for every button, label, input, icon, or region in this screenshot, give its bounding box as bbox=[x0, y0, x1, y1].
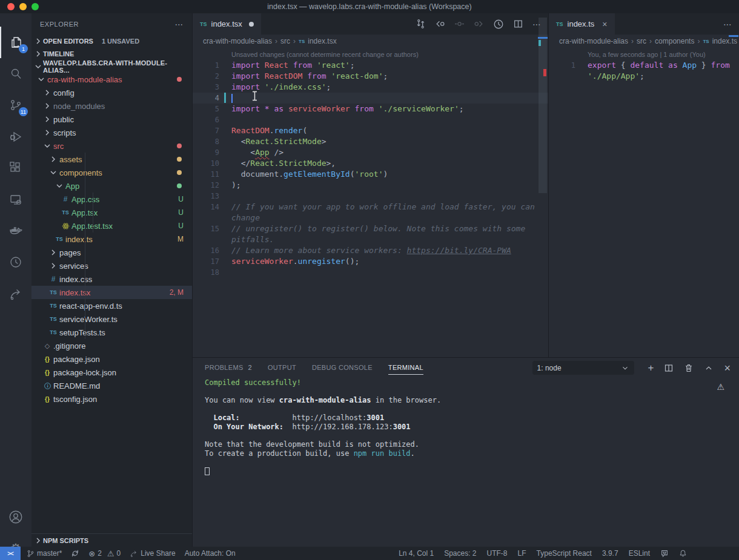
docker-icon[interactable] bbox=[0, 215, 31, 246]
breadcrumb[interactable]: cra-with-module-alias src components TS … bbox=[549, 35, 739, 48]
eol-item[interactable]: LF bbox=[518, 549, 526, 558]
chevron-right-icon[interactable] bbox=[42, 101, 52, 111]
tree-item-App[interactable]: App bbox=[31, 179, 192, 193]
cursor-position-item[interactable]: Ln 4, Col 1 bbox=[399, 549, 434, 558]
breadcrumb[interactable]: cra-with-module-alias src TS index.tsx bbox=[193, 35, 548, 48]
git-history-icon[interactable] bbox=[0, 246, 31, 278]
git-branch-item[interactable]: master* bbox=[27, 549, 62, 558]
code-line[interactable]: 3import './index.css'; bbox=[193, 82, 548, 93]
breadcrumb-item[interactable]: index.tsx bbox=[308, 37, 336, 45]
code-line[interactable]: change bbox=[193, 212, 548, 223]
live-share-item[interactable]: Live Share bbox=[130, 549, 175, 558]
notifications-bell-icon[interactable] bbox=[679, 549, 687, 558]
tree-item-public[interactable]: public bbox=[31, 113, 192, 126]
terminal-output[interactable]: Compiled successfully! You can now view … bbox=[205, 378, 441, 476]
tree-item-node_modules[interactable]: node_modules bbox=[31, 99, 192, 113]
chevron-down-icon[interactable] bbox=[55, 181, 64, 191]
sidebar-more-icon[interactable]: ⋯ bbox=[175, 19, 184, 29]
feedback-smiley-icon[interactable] bbox=[660, 549, 669, 558]
explorer-icon[interactable]: 1 bbox=[0, 27, 31, 58]
timeline-section[interactable]: TIMELINE bbox=[31, 47, 192, 60]
breadcrumb-item[interactable]: src bbox=[637, 37, 646, 45]
more-actions-icon[interactable]: ⋯ bbox=[723, 19, 732, 29]
tree-item-README.md[interactable]: iREADME.md bbox=[31, 379, 192, 392]
code-line[interactable]: 7ReactDOM.render( bbox=[193, 125, 548, 136]
zoom-window-button[interactable] bbox=[31, 3, 39, 10]
indentation-item[interactable]: Spaces: 2 bbox=[444, 549, 476, 558]
terminal-select[interactable]: 1: node bbox=[532, 361, 634, 375]
problems-status-item[interactable]: ⊗ 2 ⚠ 0 bbox=[88, 549, 121, 558]
dirty-indicator-icon[interactable] bbox=[249, 22, 254, 27]
encoding-item[interactable]: UTF-8 bbox=[487, 549, 508, 558]
close-window-button[interactable] bbox=[7, 3, 15, 10]
code-line[interactable]: 1export { default as App } from bbox=[549, 60, 739, 71]
tab-output[interactable]: OUTPUT bbox=[268, 364, 296, 371]
tree-item-config[interactable]: config bbox=[31, 86, 192, 99]
tree-item-setupTests.ts[interactable]: TSsetupTests.ts bbox=[31, 326, 192, 339]
search-icon[interactable] bbox=[0, 58, 31, 90]
minimize-window-button[interactable] bbox=[19, 3, 27, 10]
tree-item-tsconfig.json[interactable]: {}tsconfig.json bbox=[31, 392, 192, 406]
remote-indicator[interactable]: >< bbox=[0, 547, 21, 560]
tree-item-index.ts[interactable]: TSindex.tsM bbox=[31, 232, 192, 246]
tree-item-.gitignore[interactable]: ◇.gitignore bbox=[31, 339, 192, 352]
new-terminal-icon[interactable]: + bbox=[648, 363, 654, 373]
accounts-icon[interactable] bbox=[0, 501, 31, 533]
extensions-icon[interactable] bbox=[0, 153, 31, 184]
tree-item-index.css[interactable]: #index.css bbox=[31, 272, 192, 286]
tab-index-ts[interactable]: TS index.ts × bbox=[549, 13, 615, 35]
chevron-down-icon[interactable] bbox=[36, 74, 46, 84]
maximize-panel-icon[interactable] bbox=[704, 363, 714, 373]
tree-item-components[interactable]: components bbox=[31, 166, 192, 179]
code-line[interactable]: 12); bbox=[193, 180, 548, 191]
tree-item-App.css[interactable]: #App.cssU bbox=[31, 193, 192, 206]
tree-item-pages[interactable]: pages bbox=[31, 246, 192, 259]
breadcrumb-item[interactable]: cra-with-module-alias bbox=[203, 37, 272, 45]
split-editor-icon[interactable] bbox=[513, 19, 523, 29]
code-line[interactable]: 16// Learn more about service workers: h… bbox=[193, 245, 548, 256]
code-line[interactable]: 17serviceWorker.unregister(); bbox=[193, 256, 548, 267]
tree-item-assets[interactable]: assets bbox=[31, 153, 192, 166]
code-line[interactable]: 9 <App /> bbox=[193, 147, 548, 158]
previous-change-icon[interactable] bbox=[435, 19, 445, 29]
tab-terminal[interactable]: TERMINAL bbox=[388, 360, 423, 375]
open-editors-section[interactable]: OPEN EDITORS 1 UNSAVED bbox=[31, 35, 192, 47]
code-line[interactable]: 10 </React.StrictMode>, bbox=[193, 158, 548, 169]
code-line[interactable]: 11 document.getElementById('root') bbox=[193, 169, 548, 180]
code-line[interactable]: 8 <React.StrictMode> bbox=[193, 136, 548, 147]
close-tab-icon[interactable]: × bbox=[602, 19, 607, 29]
code-line[interactable]: pitfalls. bbox=[193, 234, 548, 245]
breadcrumb-item[interactable]: index.ts bbox=[712, 37, 737, 45]
breadcrumb-item[interactable]: src bbox=[280, 37, 290, 45]
code-line[interactable]: 4 bbox=[193, 93, 548, 104]
tab-debug-console[interactable]: DEBUG CONSOLE bbox=[312, 364, 373, 371]
chevron-down-icon[interactable] bbox=[48, 168, 58, 177]
current-change-icon[interactable] bbox=[454, 19, 465, 29]
tree-item-package-lock.json[interactable]: {}package-lock.json bbox=[31, 366, 192, 379]
run-debug-icon[interactable] bbox=[0, 121, 31, 153]
codelens-annotation[interactable]: You, a few seconds ago | 1 author (You) bbox=[549, 50, 739, 60]
chevron-right-icon[interactable] bbox=[42, 128, 52, 137]
chevron-right-icon[interactable] bbox=[48, 261, 58, 271]
tree-item-cra-with-module-alias[interactable]: cra-with-module-alias bbox=[31, 73, 192, 86]
codelens-annotation[interactable]: Unsaved changes (cannot determine recent… bbox=[193, 50, 548, 60]
split-terminal-icon[interactable] bbox=[664, 363, 674, 373]
remote-explorer-icon[interactable] bbox=[0, 184, 31, 216]
sync-changes-item[interactable] bbox=[71, 549, 79, 558]
source-control-icon[interactable]: 11 bbox=[0, 90, 31, 121]
tree-item-package.json[interactable]: {}package.json bbox=[31, 352, 192, 366]
eslint-item[interactable]: ESLint bbox=[629, 549, 650, 558]
code-line[interactable]: 6 bbox=[193, 114, 548, 125]
tree-item-scripts[interactable]: scripts bbox=[31, 126, 192, 139]
tree-item-index.tsx[interactable]: TSindex.tsx2, M bbox=[31, 286, 192, 299]
ts-version-item[interactable]: 3.9.7 bbox=[602, 549, 618, 558]
open-changes-icon[interactable] bbox=[416, 19, 426, 29]
code-line[interactable]: 1import React from 'react'; bbox=[193, 60, 548, 71]
language-mode-item[interactable]: TypeScript React bbox=[537, 549, 592, 558]
close-panel-icon[interactable]: × bbox=[724, 363, 731, 374]
chevron-down-icon[interactable] bbox=[42, 141, 52, 151]
chevron-right-icon[interactable] bbox=[48, 248, 58, 257]
tree-item-react-app-env.d.ts[interactable]: TSreact-app-env.d.ts bbox=[31, 299, 192, 312]
code-editor[interactable]: You, a few seconds ago | 1 author (You)1… bbox=[549, 48, 739, 82]
chevron-right-icon[interactable] bbox=[42, 114, 52, 124]
